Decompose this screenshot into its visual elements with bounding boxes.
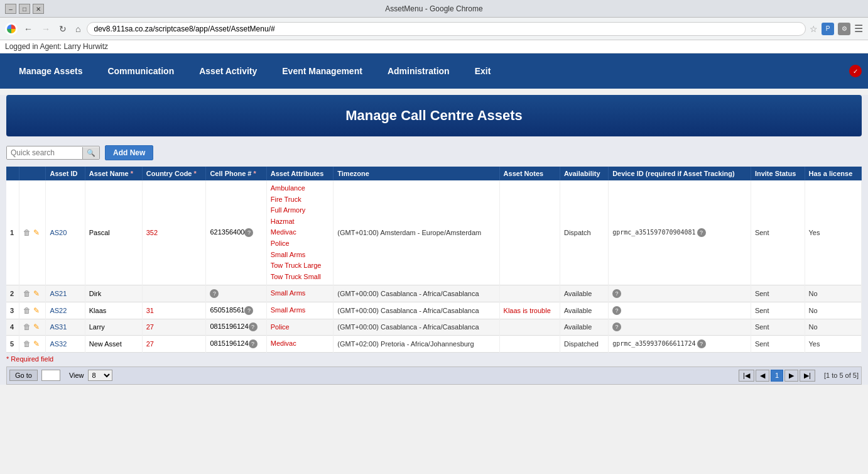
edit-icon[interactable]: ✎ — [33, 306, 40, 315]
last-page-button[interactable]: ▶| — [800, 370, 815, 382]
asset-attributes-cell: Small Arms — [266, 285, 334, 302]
device-id-cell: gprmc_a359937066611724? — [609, 336, 751, 353]
country-code-cell: 27 — [142, 336, 206, 353]
page-content: Manage Call Centre Assets 🔍 Add New Asse… — [0, 95, 868, 385]
search-input[interactable] — [7, 146, 82, 159]
asset-id-link[interactable]: AS31 — [50, 323, 67, 331]
sidebar-item-exit[interactable]: Exit — [462, 61, 504, 81]
asset-notes-cell: Klaas is trouble — [499, 302, 560, 319]
settings-icon[interactable]: ⚙ — [838, 23, 850, 35]
cell-phone-help-icon[interactable]: ? — [244, 306, 253, 315]
page-1-button[interactable]: 1 — [771, 370, 783, 382]
sidebar-item-manage-assets[interactable]: Manage Assets — [6, 61, 95, 81]
delete-icon[interactable]: 🗑 — [23, 339, 31, 348]
delete-icon[interactable]: 🗑 — [23, 306, 31, 315]
edit-icon[interactable]: ✎ — [33, 228, 40, 237]
edit-icon[interactable]: ✎ — [33, 339, 40, 348]
cell-phone-cell: 0815196124? — [206, 319, 266, 336]
delete-icon[interactable]: 🗑 — [23, 228, 31, 237]
maximize-button[interactable]: □ — [19, 4, 30, 14]
asset-id-cell: AS32 — [46, 336, 85, 353]
profile-icon[interactable]: P — [822, 23, 834, 35]
device-id-help-icon[interactable]: ? — [612, 322, 621, 331]
bookmark-icon[interactable]: ☆ — [810, 24, 818, 34]
cell-phone-help-icon[interactable]: ? — [249, 339, 258, 348]
col-header-num — [6, 167, 19, 180]
col-header-asset-attributes: Asset Attributes — [266, 167, 334, 180]
availability-cell: Available — [560, 302, 608, 319]
device-id-help-icon[interactable]: ? — [697, 228, 706, 237]
delete-icon[interactable]: 🗑 — [23, 322, 31, 331]
menu-icon[interactable]: ☰ — [854, 23, 863, 35]
browser-nav-bar: ← → ↻ ⌂ ☆ P ⚙ ☰ — [0, 18, 868, 40]
address-bar[interactable] — [87, 22, 806, 36]
device-id-value: gprmc_a359937066611724 — [612, 340, 695, 347]
country-code-cell: 27 — [142, 319, 206, 336]
col-header-asset-notes: Asset Notes — [499, 167, 560, 180]
invite-status-cell: Sent — [751, 319, 805, 336]
device-id-cell: ? — [609, 302, 751, 319]
device-id-cell: gprmc_a351597070904081? — [609, 180, 751, 285]
forward-button[interactable]: → — [39, 23, 53, 35]
sidebar-item-administration[interactable]: Administration — [375, 61, 462, 81]
row-actions: 🗑 ✎ — [19, 180, 46, 285]
edit-icon[interactable]: ✎ — [33, 322, 40, 331]
invite-status-cell: Sent — [751, 180, 805, 285]
asset-id-link[interactable]: AS22 — [50, 307, 67, 314]
sidebar-item-asset-activity[interactable]: Asset Activity — [187, 61, 269, 81]
back-button[interactable]: ← — [21, 23, 35, 35]
nav-icon-area — [849, 65, 862, 77]
timezone-cell: (GMT+01:00) Amsterdam - Europe/Amsterdam — [334, 180, 499, 285]
cell-phone-cell: 0815196124? — [206, 336, 266, 353]
browser-title: AssetMenu - Google Chrome — [385, 4, 482, 13]
reload-button[interactable]: ↻ — [57, 23, 69, 35]
col-header-country-code: Country Code * — [142, 167, 206, 180]
col-header-asset-id: Asset ID — [46, 167, 85, 180]
home-button[interactable]: ⌂ — [73, 23, 83, 35]
timezone-cell: (GMT+02:00) Pretoria - Africa/Johannesbu… — [334, 336, 499, 353]
col-header-availability: Availability — [560, 167, 608, 180]
go-to-button[interactable]: Go to — [9, 370, 38, 381]
delete-icon[interactable]: 🗑 — [23, 289, 31, 298]
cell-phone-help-icon[interactable]: ? — [210, 289, 219, 298]
device-id-help-icon[interactable]: ? — [697, 339, 706, 348]
logged-in-text: Logged in Agent: Larry Hurwitz — [5, 42, 108, 51]
prev-page-button[interactable]: ◀ — [756, 370, 769, 382]
timezone-cell: (GMT+00:00) Casablanca - Africa/Casablan… — [334, 285, 499, 302]
page-number-input[interactable] — [41, 370, 60, 381]
sidebar-item-event-management[interactable]: Event Management — [269, 61, 375, 81]
col-header-has-license: Has a license — [805, 167, 861, 180]
next-page-button[interactable]: ▶ — [784, 370, 798, 382]
first-page-button[interactable]: |◀ — [739, 370, 754, 382]
search-button[interactable]: 🔍 — [82, 147, 99, 159]
invite-status-cell: Sent — [751, 285, 805, 302]
page-title: Manage Call Centre Assets — [19, 107, 849, 124]
device-id-cell: ? — [609, 319, 751, 336]
country-code-cell: 31 — [142, 302, 206, 319]
minimize-button[interactable]: – — [5, 4, 16, 14]
asset-name-cell: New Asset — [85, 336, 142, 353]
pagination-bar: Go to View 8 16 32 |◀ ◀ 1 ▶ ▶| [1 to 5 o… — [6, 367, 862, 385]
asset-id-link[interactable]: AS21 — [50, 290, 67, 297]
view-select[interactable]: 8 16 32 — [88, 370, 112, 381]
cell-phone-help-icon[interactable]: ? — [249, 322, 258, 331]
sidebar-item-communication[interactable]: Communication — [95, 61, 187, 81]
cell-phone-help-icon[interactable]: ? — [244, 228, 253, 237]
asset-id-link[interactable]: AS32 — [50, 340, 67, 348]
asset-id-link[interactable]: AS20 — [50, 229, 67, 236]
notification-badge-icon — [849, 65, 862, 77]
device-id-help-icon[interactable]: ? — [612, 289, 621, 298]
add-new-button[interactable]: Add New — [105, 145, 153, 160]
col-header-invite-status: Invite Status — [751, 167, 805, 180]
table-row: 3 🗑 ✎ AS22Klaas31650518561?Small Arms(GM… — [6, 302, 862, 319]
table-row: 5 🗑 ✎ AS32New Asset270815196124?Medivac(… — [6, 336, 862, 353]
edit-icon[interactable]: ✎ — [33, 289, 40, 298]
asset-id-cell: AS21 — [46, 285, 85, 302]
has-license-cell: Yes — [805, 336, 861, 353]
device-id-help-icon[interactable]: ? — [612, 306, 621, 315]
col-header-asset-name: Asset Name * — [85, 167, 142, 180]
close-button[interactable]: ✕ — [33, 4, 44, 14]
asset-notes-cell — [499, 285, 560, 302]
col-header-cell-phone: Cell Phone # * — [206, 167, 266, 180]
row-actions: 🗑 ✎ — [19, 302, 46, 319]
